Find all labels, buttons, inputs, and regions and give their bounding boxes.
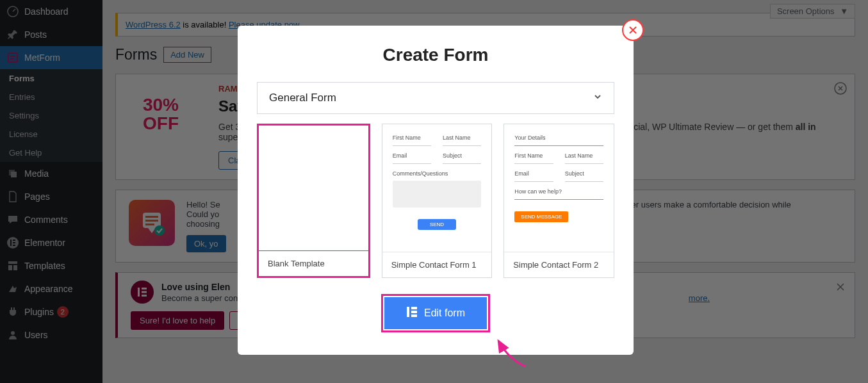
edit-form-label: Edit form — [424, 307, 465, 319]
svg-rect-23 — [411, 311, 417, 313]
template-preview: Your Details First Name Last Name Email … — [504, 124, 614, 252]
template-card-blank[interactable]: Blank Template — [257, 124, 370, 278]
elementor-icon — [406, 306, 418, 320]
template-card-simple2[interactable]: Your Details First Name Last Name Email … — [504, 124, 614, 278]
form-type-select[interactable]: General Form — [257, 82, 614, 114]
template-card-simple1[interactable]: First Name Last Name Email Subject Comme… — [382, 124, 493, 278]
template-name: Simple Contact Form 1 — [382, 252, 492, 277]
edit-form-button[interactable]: Edit form — [384, 297, 487, 329]
create-form-modal: Create Form General Form Blank Template … — [238, 26, 634, 355]
template-preview: First Name Last Name Email Subject Comme… — [382, 124, 492, 252]
svg-rect-24 — [411, 314, 417, 317]
preview-send-button: SEND — [418, 219, 456, 230]
template-name: Simple Contact Form 2 — [504, 252, 614, 277]
modal-close-button[interactable] — [622, 19, 644, 41]
modal-title: Create Form — [257, 45, 614, 65]
chevron-down-icon — [593, 92, 602, 104]
svg-rect-22 — [411, 307, 417, 309]
preview-send-button: SEND MESSAGE — [514, 211, 568, 222]
template-name: Blank Template — [259, 250, 368, 276]
select-value: General Form — [269, 92, 336, 104]
svg-rect-21 — [407, 307, 409, 317]
templates-grid: Blank Template First Name Last Name Emai… — [257, 124, 614, 278]
template-preview — [259, 126, 368, 250]
